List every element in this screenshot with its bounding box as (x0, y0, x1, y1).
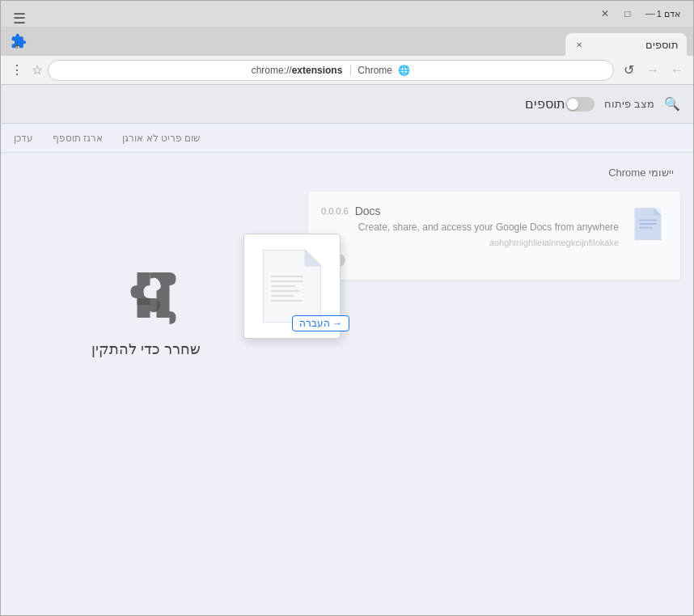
tab-bar-actions: + (7, 36, 27, 55)
svg-rect-8 (271, 285, 295, 287)
extension-version: 0.0.0.6 (321, 206, 349, 216)
main-content: יישומי Chrome (1, 153, 693, 615)
svg-rect-10 (271, 295, 294, 297)
dev-mode-toggle[interactable] (565, 97, 595, 112)
extension-icon (628, 205, 667, 243)
toggle-knob (567, 99, 578, 110)
back-button[interactable]: ← (667, 61, 687, 80)
filter-add-more[interactable]: ארגז תוספף (53, 133, 103, 144)
extensions-area: Docs 0.0.0.6 Create, share, and access y… (1, 185, 693, 615)
svg-rect-7 (271, 281, 303, 282)
puzzle-drop-icon (114, 266, 179, 331)
svg-rect-11 (271, 300, 302, 302)
title-bar: אדם 1 — □ ✕ (1, 1, 693, 27)
minimize-button[interactable]: — (644, 7, 657, 20)
extensions-header: 🔍 מצב פיתוח תוספים ☰ (1, 85, 693, 124)
bookmark-button[interactable]: ☆ (32, 62, 43, 78)
new-tab-button[interactable]: + (7, 36, 27, 55)
url-text: chrome://extensions (252, 65, 343, 76)
transfer-badge[interactable]: → העברה (292, 315, 349, 331)
drag-drop-panel: שחרר כדי להתקין (91, 266, 201, 358)
extension-id: aohghmighlieiainnegkcijnfilokake (321, 238, 619, 247)
filter-none[interactable]: שום פריט לא אורגן (122, 133, 201, 144)
svg-rect-3 (639, 227, 652, 229)
forward-button[interactable]: → (643, 61, 662, 80)
extension-name: Docs (355, 205, 381, 217)
svg-rect-1 (639, 220, 657, 222)
active-tab[interactable]: תוספים ✕ (565, 33, 687, 56)
svg-rect-6 (271, 276, 303, 277)
dev-mode-label: מצב פיתוח (604, 98, 654, 110)
tab-close-button[interactable]: ✕ (573, 39, 585, 50)
section-title: יישומי Chrome (608, 167, 674, 179)
section-header: יישומי Chrome (1, 153, 693, 185)
hamburger-menu-button[interactable]: ☰ (13, 10, 26, 27)
svg-rect-9 (271, 290, 300, 292)
file-drag-card: → העברה (243, 234, 341, 339)
maximize-button[interactable]: □ (621, 7, 634, 20)
docs-svg-icon (632, 208, 664, 240)
browser-menu-button[interactable]: ⋮ (7, 61, 27, 80)
window-controls: — □ ✕ (599, 7, 657, 20)
extension-info: Docs 0.0.0.6 Create, share, and access y… (321, 205, 619, 267)
url-bar[interactable]: chrome://extensions Chrome 🌐 (48, 60, 614, 81)
tab-bar: תוספים ✕ + (1, 27, 693, 56)
extension-description: Create, share, and access your Google Do… (321, 221, 619, 234)
close-button[interactable]: ✕ (599, 7, 611, 20)
header-actions: 🔍 מצב פיתוח (565, 96, 680, 112)
window-frame: אדם 1 — □ ✕ תוספים ✕ + ← → ↺ (0, 0, 694, 616)
svg-rect-2 (639, 223, 657, 225)
refresh-button[interactable]: ↺ (619, 61, 638, 80)
chrome-label: Chrome 🌐 (350, 65, 410, 76)
filter-bar: שום פריט לא אורגן ארגז תוספף עדכן (1, 124, 693, 153)
tab-label: תוספים (645, 39, 679, 51)
window-title: אדם 1 (657, 9, 680, 19)
extension-card-docs: Docs 0.0.0.6 Create, share, and access y… (308, 192, 680, 280)
extensions-title: תוספים (525, 96, 565, 112)
filter-update[interactable]: עדכן (14, 133, 33, 144)
search-button[interactable]: 🔍 (664, 96, 680, 112)
address-bar: ← → ↺ chrome://extensions Chrome 🌐 ☆ ⋮ (1, 56, 693, 85)
drag-drop-label: שחרר כדי להתקין (91, 340, 201, 358)
extension-actions (321, 254, 619, 267)
svg-marker-5 (305, 250, 321, 266)
file-icon (263, 250, 321, 323)
